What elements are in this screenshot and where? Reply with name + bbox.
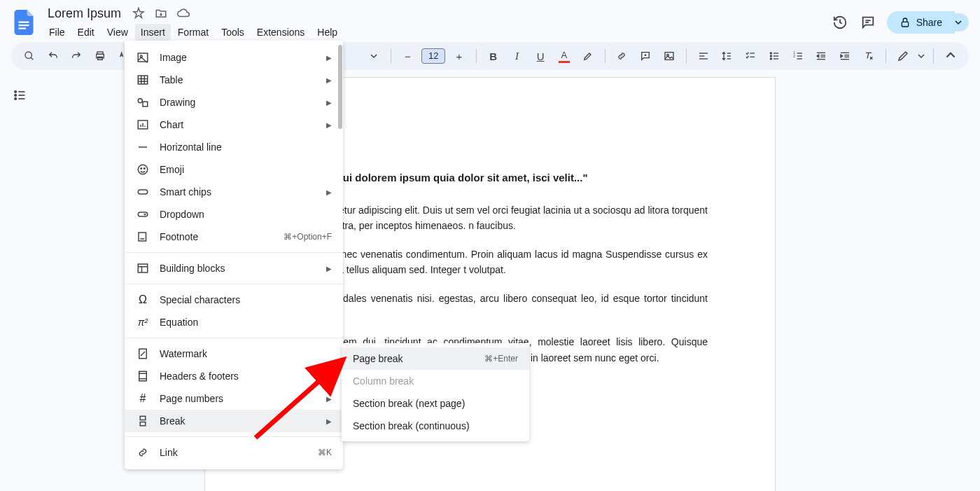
equation-icon: π² [136,315,150,329]
align-button[interactable] [694,46,713,66]
svg-rect-65 [138,190,148,194]
building-blocks-icon [136,261,150,275]
watermark-icon [136,347,150,361]
chevron-down-icon[interactable] [916,46,926,66]
share-dropdown[interactable] [948,13,969,32]
menu-help[interactable]: Help [312,24,343,41]
menu-view[interactable]: View [102,24,134,41]
insert-image-button[interactable] [659,46,679,66]
menu-format[interactable]: Format [172,24,214,41]
collapse-toolbar-button[interactable] [941,46,960,66]
add-comment-button[interactable] [636,46,655,66]
chevron-down-icon[interactable] [364,46,384,66]
insert-page-numbers[interactable]: #Page numbers▶ [125,387,343,410]
insert-horizontal-line[interactable]: Horizontal line [125,136,343,158]
insert-table[interactable]: Table▶ [125,69,343,91]
share-button[interactable]: Share [887,11,955,34]
menu-tools[interactable]: Tools [216,24,250,41]
svg-rect-73 [139,371,147,381]
menu-separator [125,252,343,253]
checklist-button[interactable] [741,46,760,66]
bullet-list-button[interactable] [764,46,784,66]
underline-button[interactable]: U [531,46,550,66]
insert-link-button[interactable] [612,46,632,66]
omega-icon: Ω [136,293,150,307]
lock-icon [899,17,911,28]
italic-button[interactable]: I [507,46,527,66]
emoji-icon [136,162,150,177]
font-size-decrease[interactable]: − [398,46,418,66]
svg-point-63 [141,168,142,170]
editing-mode-button[interactable] [893,46,913,66]
svg-text:2: 2 [793,55,795,58]
chevron-down-icon [955,19,962,26]
insert-break[interactable]: Break▶ [125,410,343,432]
insert-footnote[interactable]: Footnote⌘+Option+F [125,226,343,248]
menu-separator [125,436,343,437]
numbered-list-button[interactable]: 12 [788,46,808,66]
menu-extensions[interactable]: Extensions [251,24,310,41]
insert-image[interactable]: Image▶ [125,46,343,69]
insert-smart-chips[interactable]: Smart chips▶ [125,181,343,203]
chevron-right-icon: ▶ [326,121,332,129]
svg-line-7 [31,57,33,60]
chevron-right-icon: ▶ [326,417,332,425]
insert-building-blocks[interactable]: Building blocks▶ [125,257,343,279]
insert-link[interactable]: Link⌘K [125,441,343,464]
star-icon[interactable] [132,7,145,20]
insert-emoji[interactable]: Emoji [125,158,343,181]
svg-point-62 [138,165,148,174]
svg-rect-10 [98,57,103,60]
menu-edit[interactable]: Edit [72,24,100,41]
insert-dropdown[interactable]: Dropdown [125,203,343,226]
horizontal-line-icon [136,140,150,154]
font-size-input[interactable]: 12 [421,48,445,64]
redo-button[interactable] [67,46,87,66]
indent-decrease-button[interactable] [811,46,831,66]
insert-special-characters[interactable]: ΩSpecial characters [125,289,343,311]
menu-file[interactable]: File [43,24,71,41]
indent-increase-button[interactable] [835,46,855,66]
insert-watermark[interactable]: Watermark [125,343,343,365]
dropdown-icon [136,207,150,221]
insert-headers-footers[interactable]: Headers & footers [125,365,343,387]
chart-icon [136,118,150,132]
cloud-icon[interactable] [177,7,190,20]
docs-logo-icon[interactable] [11,10,36,35]
insert-equation[interactable]: π²Equation [125,311,343,333]
search-button[interactable] [20,46,39,66]
undo-button[interactable] [43,46,63,66]
font-size-increase[interactable]: + [449,46,469,66]
svg-point-6 [25,52,31,58]
svg-rect-69 [138,264,148,272]
section-break-continuous[interactable]: Section break (continuous) [342,415,529,437]
menu-separator [125,338,343,338]
move-icon[interactable] [155,7,167,20]
image-icon [136,50,150,64]
section-break-next-page[interactable]: Section break (next page) [342,392,529,415]
share-label: Share [916,17,942,28]
insert-drawing[interactable]: Drawing▶ [125,91,343,113]
comments-icon[interactable] [859,13,877,32]
menu-insert[interactable]: Insert [135,24,171,41]
table-icon [136,73,150,87]
svg-point-55 [138,99,142,103]
drawing-icon [136,95,150,109]
insert-chart[interactable]: Chart▶ [125,113,343,136]
page-break[interactable]: Page break⌘+Enter [342,347,529,370]
print-button[interactable] [90,46,110,66]
text-color-button[interactable]: A [554,46,574,66]
svg-rect-5 [902,22,908,27]
bold-button[interactable]: B [484,46,503,66]
svg-rect-67 [139,233,146,241]
history-icon[interactable] [831,13,849,32]
highlight-button[interactable] [578,46,598,66]
svg-point-64 [144,168,146,170]
clear-format-button[interactable] [859,46,878,66]
insert-menu-dropdown: Image▶ Table▶ Drawing▶ Chart▶ Horizontal… [125,41,343,469]
svg-point-25 [770,58,771,60]
line-spacing-button[interactable] [717,46,736,66]
document-title[interactable]: Lorem Ipsum [43,5,125,22]
footnote-icon [136,230,150,244]
chevron-right-icon: ▶ [326,99,332,106]
